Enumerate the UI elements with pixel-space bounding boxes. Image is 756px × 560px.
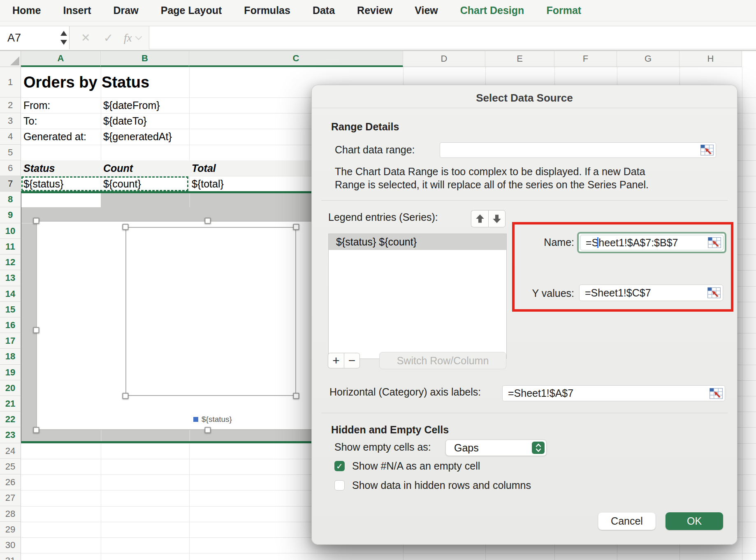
cancel-entry-icon[interactable]: ✕ bbox=[81, 31, 90, 44]
name-box[interactable]: A7 bbox=[0, 26, 70, 49]
row-header-10[interactable]: 10 bbox=[0, 223, 21, 239]
row-header-7[interactable]: 7 bbox=[0, 176, 21, 192]
resize-handle[interactable] bbox=[123, 393, 129, 399]
row-header-14[interactable]: 14 bbox=[0, 286, 21, 302]
row-header-6[interactable]: 6 bbox=[0, 160, 21, 176]
ribbon-tab-insert[interactable]: Insert bbox=[63, 5, 91, 16]
row-header-27[interactable]: 27 bbox=[0, 490, 21, 506]
cell-B4[interactable]: ${generatedAt} bbox=[103, 129, 172, 145]
ribbon-tab-review[interactable]: Review bbox=[357, 5, 392, 16]
column-header-E[interactable]: E bbox=[485, 51, 554, 67]
row-header-24[interactable]: 24 bbox=[0, 443, 21, 459]
chart-data-range-input[interactable] bbox=[440, 142, 716, 158]
cell-A2[interactable]: From: bbox=[23, 97, 50, 113]
show-empty-cells-dropdown[interactable]: Gaps bbox=[445, 440, 547, 456]
row-header-28[interactable]: 28 bbox=[0, 506, 21, 522]
row-header-30[interactable]: 30 bbox=[0, 537, 21, 553]
chart-plot-area[interactable] bbox=[125, 227, 296, 396]
resize-handle[interactable] bbox=[293, 224, 299, 230]
ribbon-tab-view[interactable]: View bbox=[415, 5, 438, 16]
row-header-23[interactable]: 23 bbox=[0, 427, 21, 443]
resize-handle[interactable] bbox=[205, 218, 211, 224]
row-header-22[interactable]: 22 bbox=[0, 412, 21, 427]
row-header-8[interactable]: 8 bbox=[0, 192, 21, 207]
cell-B2[interactable]: ${dateFrom} bbox=[103, 97, 160, 113]
row-header-5[interactable]: 5 bbox=[0, 145, 21, 160]
cell-B6[interactable]: Count bbox=[103, 160, 133, 176]
ribbon-tab-data[interactable]: Data bbox=[313, 5, 335, 16]
ribbon-tab-draw[interactable]: Draw bbox=[114, 5, 139, 16]
formula-input[interactable] bbox=[149, 26, 756, 49]
row-header-4[interactable]: 4 bbox=[0, 129, 21, 145]
row-header-26[interactable]: 26 bbox=[0, 474, 21, 490]
row-header-15[interactable]: 15 bbox=[0, 302, 21, 317]
row-header-18[interactable]: 18 bbox=[0, 349, 21, 365]
resize-handle[interactable] bbox=[33, 427, 39, 433]
column-header-C[interactable]: C bbox=[189, 51, 403, 67]
row-header-9[interactable]: 9 bbox=[0, 207, 21, 223]
row-header-21[interactable]: 21 bbox=[0, 396, 21, 412]
insert-function-icon[interactable]: fx bbox=[124, 32, 132, 44]
column-header-F[interactable]: F bbox=[554, 51, 617, 67]
chart-legend[interactable]: ${status} bbox=[193, 415, 232, 424]
y-values-input[interactable]: =Sheet1!$C$7 bbox=[579, 285, 723, 301]
column-header-G[interactable]: G bbox=[617, 51, 679, 67]
resize-handle[interactable] bbox=[123, 224, 129, 230]
stepper-up-icon[interactable] bbox=[60, 31, 67, 36]
row-header-31[interactable]: 31 bbox=[0, 553, 21, 560]
ribbon-tab-format[interactable]: Format bbox=[546, 5, 581, 16]
row-header-2[interactable]: 2 bbox=[0, 97, 21, 113]
cell-C7[interactable]: ${total} bbox=[192, 176, 224, 192]
range-selector-icon[interactable] bbox=[700, 145, 714, 156]
series-list-item-selected[interactable]: ${status} ${count} bbox=[329, 234, 506, 250]
range-selector-icon[interactable] bbox=[707, 287, 721, 299]
cell-C6[interactable]: Total bbox=[192, 160, 216, 176]
name-box-stepper[interactable] bbox=[60, 30, 67, 46]
series-name-input[interactable]: =Sheet1!$A$7:$B$7 bbox=[580, 235, 724, 250]
row-header-25[interactable]: 25 bbox=[0, 459, 21, 474]
ribbon-tab-home[interactable]: Home bbox=[12, 5, 41, 16]
cell-B3[interactable]: ${dateTo} bbox=[103, 113, 147, 129]
row-header-29[interactable]: 29 bbox=[0, 522, 21, 537]
cancel-button[interactable]: Cancel bbox=[598, 512, 656, 530]
move-series-down-button[interactable] bbox=[488, 210, 506, 227]
resize-handle[interactable] bbox=[293, 393, 299, 399]
row-header-17[interactable]: 17 bbox=[0, 333, 21, 349]
select-all-corner[interactable] bbox=[0, 51, 21, 67]
resize-handle[interactable] bbox=[33, 218, 39, 224]
cell-A4[interactable]: Generated at: bbox=[23, 129, 86, 145]
ribbon-tab-formulas[interactable]: Formulas bbox=[244, 5, 290, 16]
move-series-up-button[interactable] bbox=[471, 210, 488, 227]
add-series-button[interactable]: + bbox=[328, 353, 344, 368]
row-header-1[interactable]: 1 bbox=[0, 67, 21, 97]
column-header-B[interactable]: B bbox=[101, 51, 189, 67]
row-header-11[interactable]: 11 bbox=[0, 239, 21, 255]
cell-A1[interactable]: Orders by Status bbox=[23, 67, 149, 97]
row-header-3[interactable]: 3 bbox=[0, 113, 21, 129]
switch-row-column-button[interactable]: Switch Row/Column bbox=[379, 352, 506, 369]
cell-A6[interactable]: Status bbox=[23, 160, 55, 176]
range-selector-icon[interactable] bbox=[708, 237, 721, 248]
row-header-20[interactable]: 20 bbox=[0, 380, 21, 396]
ribbon-tab-chart-design[interactable]: Chart Design bbox=[460, 5, 524, 16]
resize-handle[interactable] bbox=[205, 427, 211, 433]
resize-handle[interactable] bbox=[33, 327, 39, 333]
show-na-checkbox[interactable]: ✓ bbox=[334, 461, 345, 471]
remove-series-button[interactable]: − bbox=[344, 353, 360, 368]
cell-A3[interactable]: To: bbox=[23, 113, 37, 129]
column-header-D[interactable]: D bbox=[403, 51, 485, 67]
confirm-entry-icon[interactable]: ✓ bbox=[104, 31, 113, 45]
column-header-H[interactable]: H bbox=[679, 51, 742, 67]
row-header-19[interactable]: 19 bbox=[0, 365, 21, 380]
ribbon-tab-page-layout[interactable]: Page Layout bbox=[161, 5, 222, 16]
show-hidden-checkbox[interactable] bbox=[334, 480, 345, 491]
row-header-12[interactable]: 12 bbox=[0, 255, 21, 270]
ok-button[interactable]: OK bbox=[666, 512, 723, 530]
column-header-A[interactable]: A bbox=[21, 51, 101, 67]
axis-labels-input[interactable]: =Sheet1!$A$7 bbox=[502, 385, 725, 401]
row-header-16[interactable]: 16 bbox=[0, 317, 21, 333]
stepper-down-icon[interactable] bbox=[60, 40, 67, 45]
range-selector-icon[interactable] bbox=[710, 388, 723, 399]
row-header-13[interactable]: 13 bbox=[0, 270, 21, 286]
series-list[interactable]: ${status} ${count} bbox=[328, 234, 507, 359]
